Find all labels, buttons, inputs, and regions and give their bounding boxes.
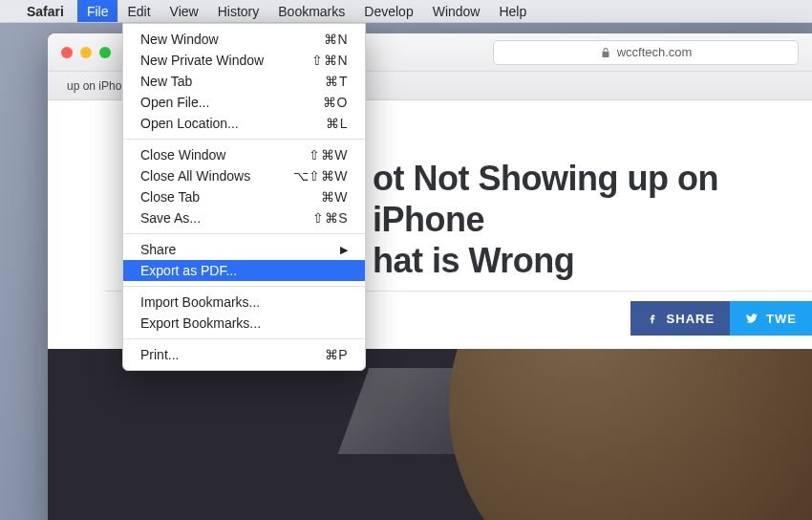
headline-line-1: ot Not Showing up on iPhone (373, 159, 718, 239)
menu-help[interactable]: Help (489, 0, 536, 22)
share-bar: SHARE TWE (630, 301, 812, 336)
menu-item-export-bookmarks[interactable]: Export Bookmarks... (123, 313, 365, 334)
menu-item-open-location[interactable]: Open Location...⌘L (123, 113, 365, 134)
menu-item-share[interactable]: Share▶ (123, 239, 365, 260)
submenu-arrow-icon: ▶ (340, 244, 348, 256)
tweet-label: TWE (766, 312, 797, 326)
article-headline: ot Not Showing up on iPhone hat is Wrong (373, 158, 802, 282)
menu-file[interactable]: File (77, 0, 118, 22)
menu-separator (123, 338, 365, 339)
menu-separator (123, 286, 365, 287)
app-name[interactable]: Safari (27, 4, 64, 19)
lock-icon (600, 47, 611, 58)
share-twitter-button[interactable]: TWE (730, 301, 812, 336)
menu-item-save-as[interactable]: Save As...⇧⌘S (123, 207, 365, 228)
menu-item-export-as-pdf[interactable]: Export as PDF... (123, 260, 365, 281)
menu-edit[interactable]: Edit (118, 0, 160, 22)
address-domain: wccftech.com (617, 45, 693, 59)
article-hero-image (48, 349, 812, 520)
address-bar[interactable]: wccftech.com (493, 40, 799, 65)
menu-view[interactable]: View (160, 0, 208, 22)
file-menu-dropdown: New Window⌘N New Private Window⇧⌘N New T… (122, 23, 366, 371)
menu-item-close-window[interactable]: Close Window⇧⌘W (123, 144, 365, 165)
sidebar-toggle-button[interactable] (397, 40, 426, 65)
menu-bookmarks[interactable]: Bookmarks (268, 0, 354, 22)
menubar: Safari File Edit View History Bookmarks … (0, 0, 812, 23)
traffic-lights (61, 47, 111, 58)
menu-item-new-tab[interactable]: New Tab⌘T (123, 71, 365, 92)
twitter-icon (745, 312, 759, 325)
share-label: SHARE (667, 312, 716, 326)
facebook-icon (646, 312, 659, 325)
close-window-button[interactable] (61, 47, 73, 58)
share-facebook-button[interactable]: SHARE (630, 301, 731, 336)
headline-line-2: hat is Wrong (373, 241, 574, 280)
menu-window[interactable]: Window (423, 0, 490, 22)
menu-separator (123, 139, 365, 140)
menu-item-new-private-window[interactable]: New Private Window⇧⌘N (123, 50, 365, 71)
menu-item-close-tab[interactable]: Close Tab⌘W (123, 186, 365, 207)
menu-item-print[interactable]: Print...⌘P (123, 344, 365, 365)
minimize-window-button[interactable] (80, 47, 92, 58)
menu-separator (123, 233, 365, 234)
menu-item-import-bookmarks[interactable]: Import Bookmarks... (123, 292, 365, 313)
menu-item-close-all-windows[interactable]: Close All Windows⌥⇧⌘W (123, 165, 365, 186)
zoom-window-button[interactable] (99, 47, 111, 58)
menu-develop[interactable]: Develop (354, 0, 422, 22)
menu-item-new-window[interactable]: New Window⌘N (123, 29, 365, 50)
menu-history[interactable]: History (208, 0, 269, 22)
menu-item-open-file[interactable]: Open File...⌘O (123, 92, 365, 113)
